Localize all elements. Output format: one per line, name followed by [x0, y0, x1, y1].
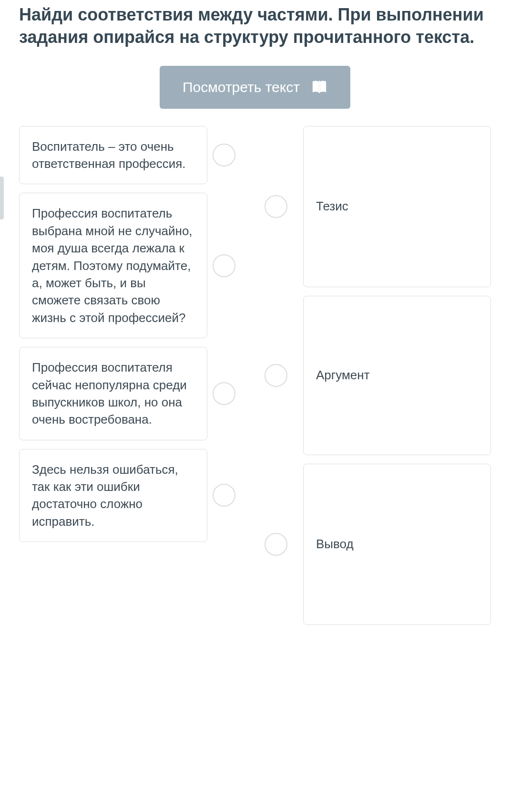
connector-dot[interactable]	[265, 533, 287, 556]
connector-dot[interactable]	[265, 364, 287, 387]
view-text-button[interactable]: Посмотреть текст	[160, 66, 350, 109]
connector-dot[interactable]	[213, 382, 235, 405]
left-item[interactable]: Профессия воспитателя сейчас непопулярна…	[19, 347, 207, 440]
page-edge-indicator	[0, 177, 4, 219]
left-column: Воспитатель – это очень ответственная пр…	[19, 126, 207, 625]
task-title: Найди соответствия между частями. При вы…	[19, 4, 491, 49]
book-icon	[311, 80, 327, 94]
connector-dot[interactable]	[213, 144, 235, 167]
connector-dot[interactable]	[213, 484, 235, 507]
right-item-text: Тезис	[316, 198, 348, 215]
right-item[interactable]: Тезис	[303, 126, 491, 287]
matching-area: Воспитатель – это очень ответственная пр…	[19, 126, 491, 625]
right-item-text: Аргумент	[316, 366, 370, 384]
left-item[interactable]: Профессия воспитатель выбрана мной не сл…	[19, 193, 207, 338]
left-item-text: Профессия воспитатель выбрана мной не сл…	[32, 206, 193, 324]
right-item[interactable]: Аргумент	[303, 296, 491, 455]
connector-dot[interactable]	[265, 195, 287, 218]
right-item-text: Вывод	[316, 535, 354, 552]
right-item[interactable]: Вывод	[303, 464, 491, 625]
left-item-text: Профессия воспитателя сейчас непопулярна…	[32, 360, 187, 427]
left-item[interactable]: Воспитатель – это очень ответственная пр…	[19, 126, 207, 185]
left-item[interactable]: Здесь нельзя ошибаться, так как эти ошиб…	[19, 449, 207, 542]
left-item-text: Здесь нельзя ошибаться, так как эти ошиб…	[32, 462, 178, 529]
connector-dot[interactable]	[213, 254, 235, 277]
right-column: Тезис Аргумент Вывод	[303, 126, 491, 625]
svg-rect-0	[319, 81, 320, 93]
view-text-button-label: Посмотреть текст	[183, 79, 300, 95]
task-container: Найди соответствия между частями. При вы…	[0, 0, 510, 644]
left-item-text: Воспитатель – это очень ответственная пр…	[32, 139, 186, 171]
